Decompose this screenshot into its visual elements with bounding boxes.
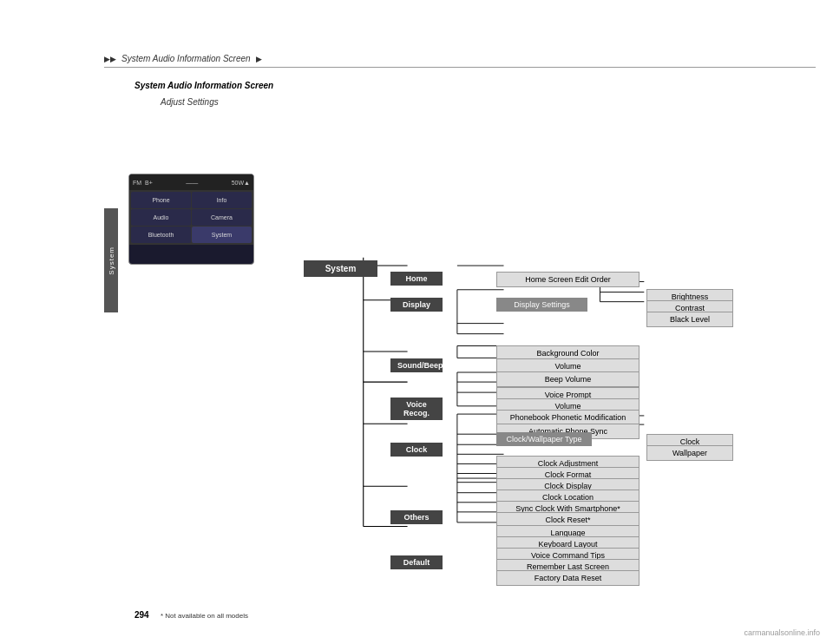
beep-volume-node: Beep Volume — [496, 371, 640, 387]
device-cell-system[interactable]: System — [192, 227, 252, 243]
section-heading: System Audio Information Screen — [134, 80, 273, 90]
breadcrumb-arrow-left: ▶▶ — [104, 55, 116, 63]
breadcrumb: ▶▶ System Audio Information Screen ▶ — [104, 50, 816, 68]
side-tab-text: System — [108, 246, 115, 275]
device-cell-audio[interactable]: Audio — [131, 209, 191, 226]
clock-node: Clock — [390, 443, 443, 457]
factory-data-reset-node: Factory Data Reset — [496, 570, 640, 586]
clock-wallpaper-type-node: Clock/Wallpaper Type — [496, 432, 592, 446]
side-tab: System — [104, 208, 118, 312]
sound-beep-node: Sound/Beep — [390, 358, 443, 372]
device-grid: Phone Info Audio Camera Bluetooth System — [129, 190, 253, 245]
watermark: carmanualsonline.info — [744, 628, 820, 637]
breadcrumb-text: System Audio Information Screen — [121, 54, 251, 63]
device-cell-phone[interactable]: Phone — [131, 192, 191, 208]
default-node: Default — [390, 555, 443, 569]
diagram: System Home Home Screen Edit Order Displ… — [252, 117, 820, 575]
footnote: * Not available on all models — [161, 612, 248, 620]
system-node: System — [304, 260, 377, 277]
device-cell-info[interactable]: Info — [192, 192, 252, 208]
breadcrumb-arrow-right: ▶ — [256, 55, 262, 63]
others-node: Others — [390, 510, 443, 524]
subsection-label: Adjust Settings — [161, 97, 219, 107]
wallpaper-sub-node: Wallpaper — [646, 445, 733, 461]
device-top-bar: FM B+ —— 50W▲ — [129, 174, 253, 190]
display-node: Display — [390, 298, 443, 312]
voice-recog-node: Voice Recog. — [390, 398, 443, 420]
display-settings-node: Display Settings — [496, 298, 587, 312]
device-mockup: FM B+ —— 50W▲ Phone Info Audio Camera Bl… — [128, 174, 254, 265]
device-cell-bluetooth[interactable]: Bluetooth — [131, 227, 191, 243]
page-number: 294 — [134, 610, 149, 620]
home-node: Home — [390, 272, 443, 286]
page-container: ▶▶ System Audio Information Screen ▶ Sys… — [0, 0, 833, 644]
black-level-node: Black Level — [646, 312, 733, 327]
home-screen-edit-order: Home Screen Edit Order — [496, 272, 640, 287]
device-cell-camera[interactable]: Camera — [192, 209, 252, 226]
